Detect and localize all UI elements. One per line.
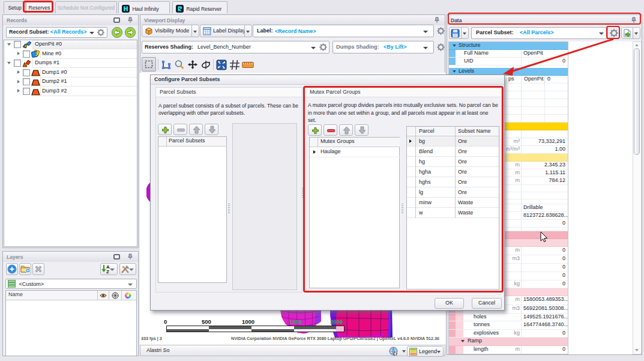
svg-text:Z: Z bbox=[106, 269, 109, 274]
